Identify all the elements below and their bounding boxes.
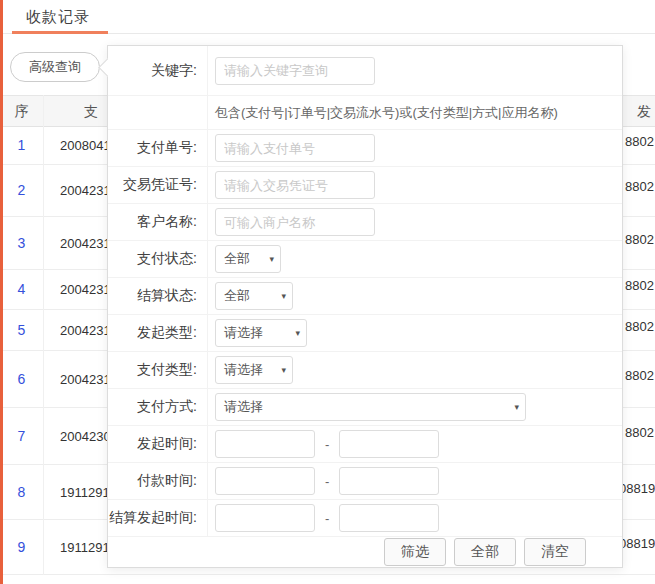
clear-button[interactable]: 清空 [524,538,586,566]
initiate-type-value: 请选择 [224,324,263,342]
row-index-link[interactable]: 2 [0,182,43,198]
voucher-no-label: 交易凭证号: [108,167,208,203]
pay-no-input[interactable] [215,134,375,162]
pay-type-select[interactable]: 请选择 ▾ [215,356,293,384]
customer-input[interactable] [215,208,375,236]
right-value-cell: 8802 [625,368,654,383]
settle-status-select[interactable]: 全部 ▾ [215,282,293,310]
keyword-hint-text: 包含(支付号|订单号|交易流水号)或(支付类型|方式|应用名称) [215,104,558,122]
pay-method-label: 支付方式: [108,389,208,425]
pay-method-value: 请选择 [224,398,263,416]
form-row-voucher-no: 交易凭证号: [108,167,622,204]
column-header-index: 序 [0,96,43,128]
range-separator: - [325,511,329,526]
right-value-cell: 8802 [625,278,654,293]
keyword-label: 关键字: [108,46,208,95]
advanced-query-button[interactable]: 高级查询 [10,52,100,82]
right-value-cell: 8802 [625,319,654,334]
row-index-link[interactable]: 1 [0,137,43,153]
actions-spacer [108,537,208,567]
payment-no-cell: 2004231 [60,236,111,251]
pay-status-select[interactable]: 全部 ▾ [215,245,281,273]
payment-no-cell: 1911291 [60,485,110,500]
form-row-pay-time: 付款时间: - [108,463,622,500]
range-separator: - [325,437,329,452]
column-divider [43,95,44,575]
chevron-down-icon: ▾ [295,328,300,338]
payment-no-cell: 2004231 [60,323,111,338]
initiate-time-start-input[interactable] [215,430,315,458]
advanced-query-panel: 关键字: 包含(支付号|订单号|交易流水号)或(支付类型|方式|应用名称) 支付… [107,45,623,568]
filter-button[interactable]: 筛选 [384,538,446,566]
form-row-keyword: 关键字: [108,46,622,96]
page: 收款记录 高级查询 序 支 发 120080418802220042318802… [0,0,655,584]
form-row-customer: 客户名称: [108,204,622,241]
chevron-down-icon: ▾ [281,365,286,375]
voucher-no-input[interactable] [215,171,375,199]
chevron-down-icon: ▾ [514,402,519,412]
row-index-link[interactable]: 9 [0,539,43,555]
pay-type-value: 请选择 [224,361,263,379]
chevron-down-icon: ▾ [281,291,286,301]
settle-status-value: 全部 [224,287,250,305]
column-header-right: 发 [637,96,651,128]
left-accent-strip [0,0,3,584]
pay-method-select[interactable]: 请选择 ▾ [215,393,526,421]
right-value-cell: 8802 [625,179,654,194]
settle-initiate-time-start-input[interactable] [215,504,315,532]
form-row-pay-method: 支付方式: 请选择 ▾ [108,389,622,426]
customer-label: 客户名称: [108,204,208,240]
payment-no-cell: 2004231 [60,372,111,387]
pay-time-label: 付款时间: [108,463,208,499]
initiate-type-select[interactable]: 请选择 ▾ [215,319,307,347]
settle-initiate-time-end-input[interactable] [339,504,439,532]
row-index-link[interactable]: 3 [0,235,43,251]
initiate-type-label: 发起类型: [108,315,208,351]
pay-no-label: 支付单号: [108,130,208,166]
settle-initiate-time-label: 结算发起时间: [108,500,208,536]
hint-label-spacer [108,96,208,129]
tab-bar: 收款记录 [0,0,655,34]
row-index-link[interactable]: 5 [0,322,43,338]
form-row-pay-type: 支付类型: 请选择 ▾ [108,352,622,389]
pay-status-label: 支付状态: [108,241,208,277]
payment-no-cell: 2004231 [60,282,111,297]
payment-no-cell: 1911291 [60,540,110,555]
right-value-cell: 08819 [619,481,655,496]
form-row-initiate-type: 发起类型: 请选择 ▾ [108,315,622,352]
row-index-link[interactable]: 7 [0,428,43,444]
form-row-settle-status: 结算状态: 全部 ▾ [108,278,622,315]
form-row-actions: 筛选 全部 清空 [108,537,622,567]
right-value-cell: 8802 [625,134,654,149]
form-row-initiate-time: 发起时间: - [108,426,622,463]
keyword-input[interactable] [215,57,375,85]
pay-status-value: 全部 [224,250,250,268]
payment-no-cell: 2004231 [60,183,111,198]
form-row-pay-status: 支付状态: 全部 ▾ [108,241,622,278]
row-index-link[interactable]: 6 [0,371,43,387]
initiate-time-end-input[interactable] [339,430,439,458]
form-row-pay-no: 支付单号: [108,130,622,167]
form-row-settle-initiate-time: 结算发起时间: - [108,500,622,537]
right-value-cell: 08819 [619,536,655,551]
row-index-link[interactable]: 8 [0,484,43,500]
payment-no-cell: 2004230 [60,429,111,444]
right-value-cell: 8802 [625,425,654,440]
chevron-down-icon: ▾ [269,254,274,264]
pay-time-start-input[interactable] [215,467,315,495]
row-index-link[interactable]: 4 [0,281,43,297]
pay-time-end-input[interactable] [339,467,439,495]
settle-status-label: 结算状态: [108,278,208,314]
initiate-time-label: 发起时间: [108,426,208,462]
tab-payment-records[interactable]: 收款记录 [12,0,104,34]
all-button[interactable]: 全部 [454,538,516,566]
pay-type-label: 支付类型: [108,352,208,388]
active-tab-underline [12,31,108,34]
range-separator: - [325,474,329,489]
right-value-cell: 8802 [625,232,654,247]
column-header-payment-no: 支 [84,96,98,128]
payment-no-cell: 2008041 [60,138,111,153]
form-row-hint: 包含(支付号|订单号|交易流水号)或(支付类型|方式|应用名称) [108,96,622,130]
